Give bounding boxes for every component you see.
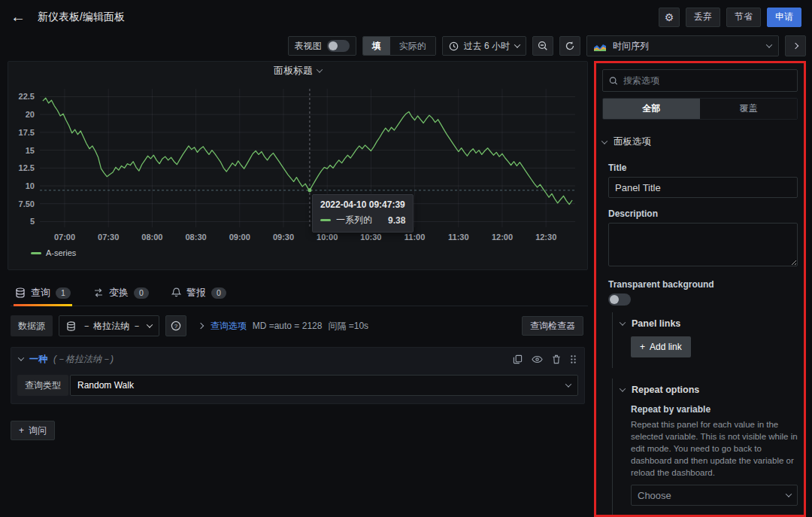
legend-label: A-series xyxy=(46,248,76,257)
panel-title-input[interactable] xyxy=(608,177,798,198)
back-arrow-icon[interactable]: ← xyxy=(11,8,26,26)
chevron-down-icon xyxy=(620,385,626,391)
svg-text:08:00: 08:00 xyxy=(141,233,162,242)
timeseries-chart-icon xyxy=(594,41,607,51)
panel-description-input[interactable] xyxy=(608,223,798,266)
chevron-down-icon xyxy=(317,66,323,72)
panel-options-header[interactable]: 面板选项 xyxy=(596,127,804,157)
panel-title: 面板标题 xyxy=(274,64,313,78)
chart-area[interactable]: 22.52017.51512.5107.50507:0007:3008:0008… xyxy=(13,80,587,248)
zoom-out-button[interactable] xyxy=(532,36,553,56)
chevron-down-icon xyxy=(620,319,626,325)
tab-transform-badge: 0 xyxy=(134,287,149,299)
choose-placeholder: Choose xyxy=(638,490,671,501)
legend-item[interactable]: A-series xyxy=(31,248,587,257)
discard-button[interactable]: 丢弃 xyxy=(686,8,720,27)
svg-text:10:30: 10:30 xyxy=(360,233,381,242)
chart-tooltip: 2022-04-10 09:47:39 一系列的 9.38 xyxy=(312,194,414,233)
datasource-value: － 格拉法纳 － xyxy=(82,320,141,333)
alert-bell-icon xyxy=(171,287,181,298)
zoom-out-icon xyxy=(538,41,548,51)
fit-mode-segment: 填 实际的 xyxy=(362,36,436,56)
time-range-label: 过去 6 小时 xyxy=(464,40,510,53)
svg-text:12.5: 12.5 xyxy=(19,163,35,172)
tooltip-value: 9.38 xyxy=(388,215,405,226)
top-header: ← 新仪表板/编辑面板 ⚙ 丢弃 节省 申请 xyxy=(0,0,812,34)
repeat-by-variable-label: Repeat by variable xyxy=(631,404,798,415)
fill-option[interactable]: 填 xyxy=(363,37,390,55)
chevron-down-icon xyxy=(601,138,607,144)
tab-overrides[interactable]: 覆盖 xyxy=(700,99,797,119)
options-pane-highlight-red-border: 全部 覆盖 面板选项 Title Description Transparent… xyxy=(594,61,806,517)
query-datasource-hint: (－格拉法纳－) xyxy=(53,353,114,366)
repeat-description: Repeat this panel for each value in the … xyxy=(631,418,798,479)
save-button[interactable]: 节省 xyxy=(726,8,761,27)
actual-option[interactable]: 实际的 xyxy=(390,37,435,55)
svg-text:09:30: 09:30 xyxy=(273,233,294,242)
help-icon: ? xyxy=(171,321,181,331)
add-query-label: 询问 xyxy=(29,424,47,437)
edit-toolbar: 表视图 填 实际的 过去 6 小时 时间序列 xyxy=(0,34,812,58)
tab-query[interactable]: 查询 1 xyxy=(14,282,72,306)
trash-icon[interactable] xyxy=(552,354,561,364)
gear-icon: ⚙ xyxy=(665,11,674,23)
chevron-down-icon xyxy=(514,41,520,47)
tab-alert-label: 警报 xyxy=(186,286,206,300)
transparent-bg-toggle[interactable] xyxy=(608,293,631,306)
query-options-link[interactable]: 查询选项 xyxy=(211,320,247,333)
drag-handle-icon[interactable] xyxy=(570,354,577,364)
collapse-options-button[interactable] xyxy=(785,35,806,56)
table-view-toggle[interactable] xyxy=(327,40,350,52)
options-search-input[interactable] xyxy=(623,75,791,86)
query-inspector-button[interactable]: 查询检查器 xyxy=(522,316,583,336)
tab-all-options[interactable]: 全部 xyxy=(603,99,700,119)
datasource-help-button[interactable]: ? xyxy=(165,315,186,336)
repeat-options-header[interactable]: Repeat options xyxy=(620,379,798,401)
panel-links-header[interactable]: Panel links xyxy=(620,312,798,335)
tooltip-time: 2022-04-10 09:47:39 xyxy=(320,199,405,210)
series-swatch xyxy=(320,219,331,221)
svg-text:11:30: 11:30 xyxy=(448,233,469,242)
transparent-bg-label: Transparent background xyxy=(608,279,798,290)
transform-icon xyxy=(93,287,104,298)
tab-query-badge: 1 xyxy=(56,287,71,299)
tab-query-label: 查询 xyxy=(31,286,50,300)
add-query-button[interactable]: + 询问 xyxy=(11,421,55,440)
datasource-picker[interactable]: － 格拉法纳 － xyxy=(59,315,159,336)
collapse-query-icon[interactable] xyxy=(18,354,24,360)
options-search[interactable] xyxy=(602,69,798,92)
visualization-picker[interactable]: 时间序列 xyxy=(586,35,779,56)
chevron-down-icon xyxy=(786,491,792,497)
svg-text:17.5: 17.5 xyxy=(19,128,35,137)
add-link-button[interactable]: + Add link xyxy=(631,336,691,357)
table-view-control: 表视图 xyxy=(288,36,356,56)
svg-text:15: 15 xyxy=(26,146,35,155)
query-type-select[interactable]: Random Walk xyxy=(70,375,578,396)
panel-settings-button[interactable]: ⚙ xyxy=(659,8,680,27)
chevron-down-icon xyxy=(146,321,152,327)
repeat-variable-select[interactable]: Choose xyxy=(631,485,798,506)
svg-text:09:00: 09:00 xyxy=(229,233,250,242)
eye-icon[interactable] xyxy=(532,354,543,364)
description-field-label: Description xyxy=(608,208,798,219)
tab-transform[interactable]: 变换 0 xyxy=(92,282,150,306)
add-link-label: Add link xyxy=(650,342,682,352)
duplicate-icon[interactable] xyxy=(513,354,523,364)
panel-title-menu[interactable]: 面板标题 xyxy=(8,62,587,80)
legend-swatch xyxy=(31,252,41,254)
tooltip-series-name: 一系列的 xyxy=(336,214,372,227)
apply-button[interactable]: 申请 xyxy=(767,8,801,27)
svg-text:22.5: 22.5 xyxy=(19,92,35,101)
query-editor-row: 一种 (－格拉法纳－) 查询类型 Random Walk xyxy=(11,347,585,404)
svg-text:10: 10 xyxy=(26,181,35,190)
query-name[interactable]: 一种 xyxy=(29,353,47,366)
panel-links-title: Panel links xyxy=(632,318,680,329)
page-title: 新仪表板/编辑面板 xyxy=(38,11,125,24)
svg-text:?: ? xyxy=(174,323,177,330)
svg-text:11:00: 11:00 xyxy=(404,233,426,242)
visualization-label: 时间序列 xyxy=(613,40,649,53)
section-panel-links: Panel links + Add link xyxy=(612,312,798,368)
time-range-picker[interactable]: 过去 6 小时 xyxy=(442,36,526,56)
refresh-button[interactable] xyxy=(559,36,580,56)
tab-alert[interactable]: 警报 0 xyxy=(170,282,228,306)
